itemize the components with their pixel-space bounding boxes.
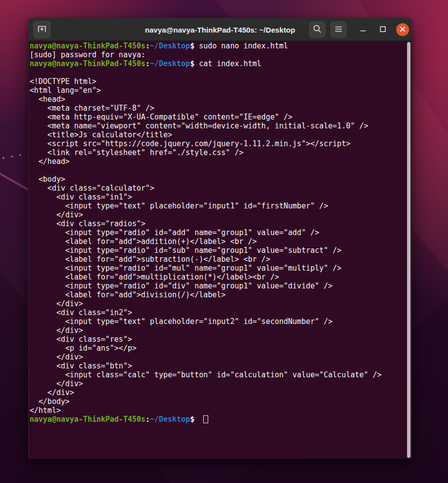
terminal-text-segment: :: [146, 59, 150, 68]
terminal-output-line: <div class="radios">: [30, 219, 406, 228]
terminal-text-segment: </body>: [30, 397, 70, 406]
terminal-text-segment: $: [190, 415, 194, 424]
terminal-text-segment: <label for="add">division(/)</label>: [30, 290, 225, 299]
terminal-text-segment: navya@navya-ThinkPad-T450s: [30, 59, 146, 68]
terminal-text-segment: <div class="in2">: [30, 308, 132, 317]
terminal-text-segment: <input class="calc" type="button" id="ca…: [30, 370, 381, 379]
minimize-button[interactable]: [356, 18, 371, 41]
terminal-text-segment: </div>: [30, 326, 83, 335]
terminal-output-line: <label for="add">multiplication(*)</labe…: [30, 273, 406, 282]
search-button[interactable]: [309, 21, 326, 38]
terminal-text-segment: ~/Desktop: [150, 415, 190, 424]
terminal-text-segment: <input type="text" placeholder="input2" …: [30, 317, 333, 326]
terminal-output-line: <input type="radio" id="sub" name="group…: [30, 246, 406, 255]
terminal-body[interactable]: navya@navya-ThinkPad-T450s:~/Desktop$ su…: [29, 41, 411, 459]
terminal-text-segment: ~/Desktop: [150, 59, 190, 68]
new-tab-button[interactable]: [33, 21, 51, 39]
terminal-output-line: <div class="btn">: [30, 362, 406, 370]
maximize-icon: [379, 25, 387, 35]
terminal-output-line: </div>: [30, 299, 406, 308]
terminal-text-segment: </div>: [30, 210, 83, 219]
terminal-output-line: <label for="add">addition(+)</label> <br…: [30, 237, 406, 246]
terminal-text-segment: <html lang="en">: [30, 86, 101, 95]
terminal-text-segment: </html>: [30, 406, 61, 415]
terminal-output-line: [30, 68, 406, 77]
terminal-text-segment: <div class="radios">: [30, 219, 146, 228]
terminal-text-segment: [sudo] password for navya:: [30, 50, 146, 59]
terminal-output: navya@navya-ThinkPad-T450s:~/Desktop$ su…: [30, 41, 406, 424]
terminal-text-segment: <input type="radio" id="mul" name="group…: [30, 264, 341, 273]
terminal-text-segment: <script src="https://code.jquery.com/jqu…: [30, 139, 350, 148]
terminal-window: navya@navya-ThinkPad-T450s: ~/Desktop: [28, 18, 412, 459]
terminal-output-line: [sudo] password for navya:: [30, 50, 406, 59]
terminal-text-segment: <input type="radio" id="sub" name="group…: [30, 246, 341, 255]
terminal-output-line: <input class="calc" type="button" id="ca…: [30, 370, 406, 379]
terminal-output-line: <div class="calculator">: [30, 184, 406, 193]
terminal-text-segment: [194, 59, 199, 68]
terminal-output-line: <input type="radio" id="div" name="group…: [30, 282, 406, 290]
terminal-text-segment: <head>: [30, 95, 65, 104]
terminal-text-segment: navya@navya-ThinkPad-T450s: [30, 415, 146, 424]
close-icon: [399, 26, 406, 34]
terminal-text-segment: </div>: [30, 379, 83, 388]
terminal-text-segment: <label for="add">multiplication(*)</labe…: [30, 273, 279, 282]
terminal-output-line: [30, 166, 406, 175]
terminal-text-segment: cat index.html: [199, 59, 261, 68]
terminal-output-line: </div>: [30, 353, 406, 362]
terminal-text-segment: <label for="add">addition(+)</label> <br…: [30, 237, 257, 246]
terminal-text-segment: </head>: [30, 157, 70, 166]
desktop-background: · navya@navya-ThinkPad-T450s: ~/Desktop: [0, 0, 448, 483]
terminal-output-line: <input type="text" placeholder="input1" …: [30, 201, 406, 210]
terminal-output-line: <p id="ans"></p>: [30, 344, 406, 353]
terminal-text-segment: <body>: [30, 175, 65, 184]
terminal-output-line: <meta http-equiv="X-UA-Compatible" conte…: [30, 113, 406, 121]
terminal-text-segment: [194, 41, 199, 50]
terminal-text-segment: <input type="text" placeholder="input1" …: [30, 201, 328, 210]
terminal-output-line: </html>: [30, 406, 406, 415]
terminal-output-line: <html lang="en">: [30, 86, 406, 95]
terminal-prompt-line: navya@navya-ThinkPad-T450s:~/Desktop$: [30, 415, 406, 424]
menu-button[interactable]: [330, 21, 347, 38]
terminal-text-segment: </div>: [30, 353, 83, 362]
terminal-output-line: <div class="res">: [30, 335, 406, 344]
maximize-button[interactable]: [375, 18, 390, 41]
terminal-output-line: <meta name="viewport" content="width=dev…: [30, 121, 406, 130]
terminal-text-segment: $: [190, 59, 194, 68]
terminal-text-segment: <input type="radio" id="div" name="group…: [30, 282, 333, 290]
terminal-output-line: </div>: [30, 326, 406, 335]
terminal-text-segment: <p id="ans"></p>: [30, 344, 137, 353]
terminal-output-line: <label for="add">division(/)</label>: [30, 290, 406, 299]
search-icon: [312, 24, 322, 36]
terminal-text-segment: <meta name="viewport" content="width=dev…: [30, 121, 368, 130]
terminal-text-segment: <label for="add">subtraction(-)</label> …: [30, 255, 270, 264]
terminal-text-segment: :: [146, 415, 150, 424]
tab-new-icon: [37, 24, 47, 35]
terminal-output-line: <head>: [30, 95, 406, 104]
terminal-output-line: </body>: [30, 397, 406, 406]
terminal-output-line: </head>: [30, 157, 406, 166]
terminal-output-line: <div class="in2">: [30, 308, 406, 317]
terminal-text-segment: <input type="radio" id="add" name="group…: [30, 228, 319, 237]
terminal-output-line: </div>: [30, 379, 406, 388]
terminal-output-line: <input type="text" placeholder="input2" …: [30, 317, 406, 326]
minimize-icon: [359, 25, 367, 35]
terminal-text-segment: ~/Desktop: [150, 41, 190, 50]
titlebar[interactable]: navya@navya-ThinkPad-T450s: ~/Desktop: [29, 18, 411, 41]
terminal-output-line: <meta charset="UTF-8" />: [30, 104, 406, 113]
terminal-output-line: <div class="in1">: [30, 193, 406, 201]
close-button[interactable]: [396, 23, 409, 36]
terminal-text-segment: </div>: [30, 299, 83, 308]
scrollbar-thumb[interactable]: [407, 42, 411, 458]
terminal-output-line: <input type="radio" id="add" name="group…: [30, 228, 406, 237]
terminal-text-segment: $: [190, 41, 194, 50]
wallpaper-dots: [2, 157, 4, 159]
terminal-prompt-line: navya@navya-ThinkPad-T450s:~/Desktop$ su…: [30, 41, 406, 50]
terminal-output-line: </div>: [30, 210, 406, 219]
terminal-cursor: [203, 415, 208, 423]
terminal-output-line: </div>: [30, 388, 406, 397]
terminal-text-segment: <!DOCTYPE html>: [30, 77, 96, 86]
terminal-text-segment: navya@navya-ThinkPad-T450s: [30, 41, 146, 50]
terminal-text-segment: </div>: [30, 388, 74, 397]
terminal-text-segment: <link rel="stylesheet" href="./style.css…: [30, 148, 243, 157]
terminal-output-line: <body>: [30, 175, 406, 184]
